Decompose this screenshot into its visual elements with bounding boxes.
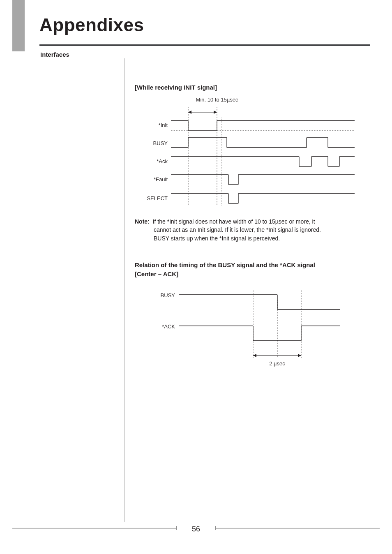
diagram2-bottom-label: 2 µsec <box>253 360 301 367</box>
signal-label-init: *Init <box>135 122 168 128</box>
timing-diagram-ack: BUSY *ACK 2 µsec <box>135 286 365 372</box>
note-block: Note: If the *Init signal does not have … <box>135 217 365 242</box>
note-line2: cannot act as an Init signal. If it is l… <box>135 226 321 234</box>
diagram2-heading-line1: Relation of the timing of the BUSY signa… <box>135 261 315 268</box>
side-tab <box>12 0 25 51</box>
diagram1-top-label: Min. 10 to 15µsec <box>188 97 246 103</box>
signal-label-ack: *Ack <box>135 158 168 164</box>
page-number: 56 <box>0 525 392 533</box>
title-rule <box>39 44 370 46</box>
signal-label-select: SELECT <box>135 195 168 201</box>
signal-label-busy: BUSY <box>135 140 168 146</box>
signal-label-busy2: BUSY <box>135 292 175 298</box>
svg-marker-54 <box>298 354 301 357</box>
diagram1-heading: [While receiving INIT signal] <box>135 84 365 91</box>
signal-label-ack2: *ACK <box>135 323 175 330</box>
note-line3: BUSY starts up when the *Init signal is … <box>135 234 280 242</box>
timing-diagram-init: Min. 10 to 15µsec *Init BUSY *Ack *Fault… <box>135 95 365 210</box>
note-line1: If the *Init signal does not have width … <box>153 218 315 225</box>
svg-marker-53 <box>253 354 256 357</box>
diagram2-heading-line2: [Center – ACK] <box>135 270 178 277</box>
section-label: Interfaces <box>40 51 69 58</box>
diagram2-heading: Relation of the timing of the BUSY signa… <box>135 261 365 279</box>
note-label: Note: <box>135 218 150 225</box>
signal-label-fault: *Fault <box>135 176 168 182</box>
page-title: Appendixes <box>39 15 144 35</box>
svg-marker-5 <box>214 111 217 114</box>
diagram1-svg <box>135 95 365 210</box>
page: Appendixes Interfaces [While receiving I… <box>0 0 392 554</box>
content-column: [While receiving INIT signal] <box>135 84 365 372</box>
svg-marker-4 <box>188 111 191 114</box>
vertical-divider <box>124 58 125 522</box>
